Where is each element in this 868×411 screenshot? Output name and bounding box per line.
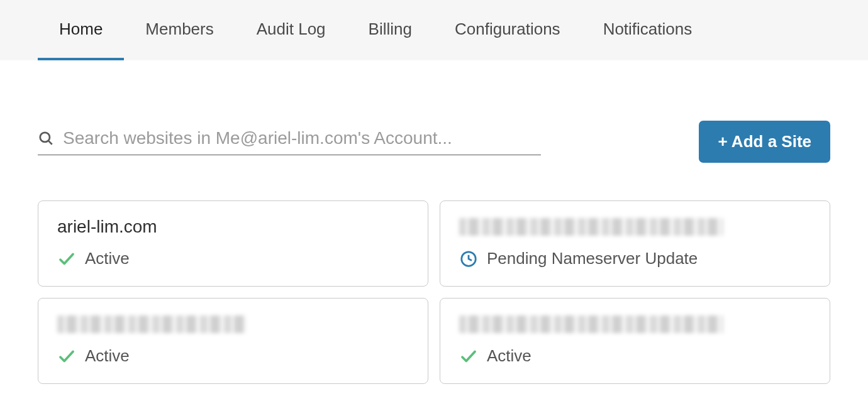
- site-card[interactable]: Pending Nameserver Update: [440, 200, 830, 287]
- site-card[interactable]: ariel-lim.com Active: [38, 200, 428, 287]
- site-status: Active: [57, 249, 409, 268]
- search-input[interactable]: [63, 128, 541, 148]
- toolbar: + Add a Site: [38, 121, 830, 163]
- tab-label: Notifications: [603, 19, 693, 39]
- site-status: Pending Nameserver Update: [459, 249, 811, 268]
- status-text: Active: [487, 346, 531, 366]
- tab-audit-log[interactable]: Audit Log: [235, 0, 347, 60]
- tab-notifications[interactable]: Notifications: [582, 0, 714, 60]
- site-name-redacted: [459, 216, 811, 238]
- add-site-button[interactable]: + Add a Site: [699, 121, 830, 163]
- top-nav: Home Members Audit Log Billing Configura…: [0, 0, 868, 60]
- search-field-wrap: [38, 128, 541, 155]
- check-icon: [57, 347, 76, 366]
- site-name: ariel-lim.com: [57, 216, 409, 238]
- status-text: Active: [85, 249, 130, 268]
- tab-home[interactable]: Home: [38, 0, 124, 60]
- site-name-redacted: [57, 314, 409, 335]
- clock-icon: [459, 249, 478, 268]
- check-icon: [57, 249, 76, 268]
- tab-label: Configurations: [455, 19, 560, 39]
- site-name-redacted: [459, 314, 811, 335]
- tab-label: Home: [59, 19, 103, 39]
- tab-label: Members: [145, 19, 213, 39]
- sites-grid: ariel-lim.com Active Pending Nameserver …: [38, 200, 830, 384]
- tab-billing[interactable]: Billing: [347, 0, 433, 60]
- site-status: Active: [459, 346, 811, 366]
- redacted-text: [459, 218, 723, 236]
- status-text: Active: [85, 346, 130, 366]
- svg-point-0: [40, 133, 50, 142]
- tab-label: Audit Log: [257, 19, 326, 39]
- site-card[interactable]: Active: [440, 298, 830, 384]
- tab-configurations[interactable]: Configurations: [433, 0, 582, 60]
- svg-line-1: [48, 141, 52, 144]
- site-status: Active: [57, 346, 409, 366]
- site-card[interactable]: Active: [38, 298, 428, 384]
- check-icon: [459, 347, 478, 366]
- status-text: Pending Nameserver Update: [487, 249, 698, 268]
- tab-label: Billing: [369, 19, 412, 39]
- redacted-text: [459, 315, 723, 333]
- main-content: + Add a Site ariel-lim.com Active Pendin…: [0, 60, 868, 409]
- search-icon: [38, 130, 54, 146]
- tab-members[interactable]: Members: [124, 0, 235, 60]
- redacted-text: [57, 315, 246, 333]
